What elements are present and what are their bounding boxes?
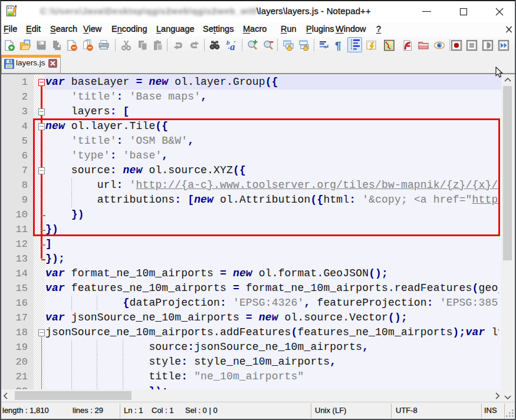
svg-text:¶: ¶ <box>335 39 341 51</box>
svg-text:a: a <box>230 41 235 51</box>
